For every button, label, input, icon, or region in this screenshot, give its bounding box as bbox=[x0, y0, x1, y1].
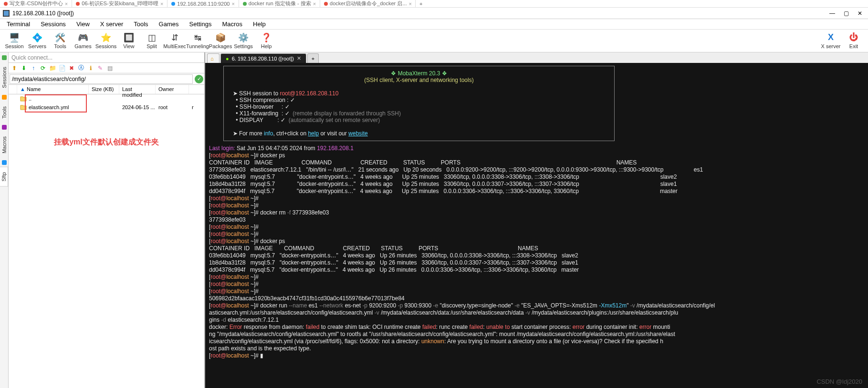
split-icon: ◫ bbox=[147, 33, 157, 42]
new-folder-icon[interactable]: 📁 bbox=[49, 64, 56, 72]
close-button[interactable]: ✕ bbox=[858, 10, 862, 17]
settings-icon: ⚙️ bbox=[239, 33, 248, 42]
view-icon: 🔲 bbox=[124, 33, 134, 42]
close-icon[interactable]: × bbox=[408, 1, 411, 7]
settings-button[interactable]: ⚙️Settings bbox=[232, 30, 255, 52]
exit-button[interactable]: ⏻Exit bbox=[842, 30, 865, 52]
tools-button[interactable]: 🛠️Tools bbox=[49, 30, 72, 52]
close-icon[interactable]: × bbox=[313, 1, 316, 7]
menu-macros[interactable]: Macros bbox=[217, 19, 247, 29]
up-dir-icon[interactable]: ↑ bbox=[30, 64, 37, 72]
tab-home[interactable]: ⌂ bbox=[207, 53, 220, 63]
browser-tab[interactable]: docker启动镜像命令_docker 启...× bbox=[320, 0, 416, 7]
menu-help[interactable]: Help bbox=[248, 19, 271, 29]
tools-icon: 🛠️ bbox=[55, 33, 65, 42]
close-icon[interactable]: × bbox=[160, 1, 163, 7]
session-icon: 🖥️ bbox=[10, 33, 19, 42]
session-button[interactable]: 🖥️Session bbox=[3, 30, 26, 52]
favicon-icon bbox=[171, 2, 175, 6]
browser-tab[interactable]: 写文章-CSDN创作中心× bbox=[0, 0, 72, 7]
split-button[interactable]: ◫Split bbox=[140, 30, 163, 52]
file-modified: 2024-06-15 ... bbox=[122, 104, 158, 110]
edit-icon[interactable]: ✎ bbox=[96, 64, 104, 72]
side-tab-sessions[interactable]: Sessions bbox=[0, 62, 8, 93]
refresh-icon[interactable]: ⟳ bbox=[39, 64, 47, 72]
col-name[interactable]: ▲ Name bbox=[17, 85, 89, 94]
menu-sessions[interactable]: Sessions bbox=[36, 19, 71, 29]
maximize-button[interactable]: ▢ bbox=[844, 10, 849, 17]
games-button[interactable]: 🎮Games bbox=[72, 30, 94, 52]
toolbar-label: View bbox=[123, 43, 135, 49]
minimize-button[interactable]: — bbox=[829, 10, 835, 17]
side-icon bbox=[2, 55, 7, 60]
favicon-icon bbox=[4, 2, 8, 6]
servers-icon: 💠 bbox=[32, 33, 42, 42]
side-tab-tools[interactable]: Tools bbox=[0, 102, 8, 123]
side-tab-sftp[interactable]: Sftp bbox=[0, 167, 8, 187]
xserver-button[interactable]: XX server bbox=[819, 30, 842, 52]
toolbar-label: Help bbox=[261, 43, 272, 49]
close-icon[interactable]: × bbox=[65, 1, 68, 7]
download-icon[interactable]: ⬇ bbox=[20, 64, 28, 72]
menu-x-server[interactable]: X server bbox=[95, 19, 128, 29]
bullet-icon: ● bbox=[226, 56, 229, 61]
tab-close-icon[interactable]: ✕ bbox=[297, 55, 301, 61]
servers-button[interactable]: 💠Servers bbox=[26, 30, 49, 52]
props-icon[interactable]: ℹ bbox=[87, 64, 94, 72]
favicon-icon bbox=[324, 2, 328, 6]
browser-tab[interactable]: + bbox=[416, 0, 426, 7]
col-modified[interactable]: Last modified bbox=[119, 85, 156, 94]
tunneling-button[interactable]: ↹Tunneling bbox=[186, 30, 209, 52]
tunneling-icon: ↹ bbox=[193, 33, 202, 42]
toolbar-label: Session bbox=[5, 43, 23, 49]
menu-games[interactable]: Games bbox=[154, 19, 184, 29]
window-title: 192.168.208.110 ([root]) bbox=[12, 10, 74, 17]
watermark: CSDN @ldj2020 bbox=[816, 378, 862, 385]
quick-connect[interactable]: Quick connect... bbox=[9, 52, 204, 63]
rename-icon[interactable]: Ⓐ bbox=[77, 64, 85, 72]
window-titlebar: 192.168.208.110 ([root]) — ▢ ✕ bbox=[0, 8, 868, 19]
menu-tools[interactable]: Tools bbox=[129, 19, 153, 29]
menu-settings[interactable]: Settings bbox=[185, 19, 217, 29]
help-icon: ❓ bbox=[261, 33, 271, 42]
file-owner: root bbox=[158, 104, 192, 110]
close-icon[interactable]: × bbox=[231, 1, 234, 7]
toolbar-label: MultiExec bbox=[163, 43, 186, 49]
new-file-icon[interactable]: 📄 bbox=[58, 64, 66, 72]
side-icon bbox=[2, 95, 7, 100]
toolbar-label: Packages bbox=[209, 43, 232, 49]
menu-view[interactable]: View bbox=[72, 19, 94, 29]
terminal[interactable]: ❖ MobaXterm 20.3 ❖(SSH client, X-server … bbox=[205, 63, 868, 388]
tab-label: docker启动镜像命令_docker 启... bbox=[330, 0, 407, 7]
view-button[interactable]: 🔲View bbox=[117, 30, 140, 52]
packages-button[interactable]: 📦Packages bbox=[209, 30, 232, 52]
browser-tab[interactable]: 06-初识ES-安装kibana_哔哩哔哩× bbox=[72, 0, 167, 7]
exit-icon: ⏻ bbox=[849, 33, 858, 42]
terminal-tabs: ⌂ ● 6. 192.168.208.110 ([root]) ✕ + bbox=[205, 52, 868, 63]
multiexec-button[interactable]: ⇵MultiExec bbox=[163, 30, 186, 52]
toolbar-label: Tools bbox=[54, 43, 66, 49]
menu-terminal[interactable]: Terminal bbox=[2, 19, 35, 29]
tab-session[interactable]: ● 6. 192.168.208.110 ([root]) ✕ bbox=[220, 53, 306, 63]
browse-icon[interactable]: ▤ bbox=[106, 64, 114, 72]
side-tab-macros[interactable]: Macros bbox=[0, 132, 8, 158]
tab-add[interactable]: + bbox=[307, 53, 319, 63]
browser-tab[interactable]: 192.168.208.110:9200× bbox=[167, 0, 239, 7]
terminal-area: ⌂ ● 6. 192.168.208.110 ([root]) ✕ + ❖ Mo… bbox=[205, 52, 868, 388]
annotation-note: 挂载yml文件默认创建成文件夹 bbox=[9, 137, 204, 147]
path-ok-icon: ✓ bbox=[195, 75, 203, 83]
delete-icon[interactable]: ✖ bbox=[68, 64, 75, 72]
col-owner[interactable]: Owner bbox=[156, 85, 189, 94]
tab-label: 6. 192.168.208.110 ([root]) bbox=[232, 56, 294, 61]
sessions-button[interactable]: ⭐Sessions bbox=[94, 30, 117, 52]
help-button[interactable]: ❓Help bbox=[255, 30, 278, 52]
toolbar-label: Games bbox=[74, 43, 91, 49]
col-size[interactable]: Size (KB) bbox=[89, 85, 119, 94]
sftp-path-input[interactable] bbox=[10, 74, 193, 84]
upload-icon[interactable]: ⬆ bbox=[10, 64, 18, 72]
browser-tab[interactable]: docker run 指定镜像 - 搜索× bbox=[239, 0, 320, 7]
sftp-header: ▲ Name Size (KB) Last modified Owner bbox=[9, 85, 204, 94]
banner-box: ❖ MobaXterm 20.3 ❖(SSH client, X-server … bbox=[223, 66, 615, 141]
packages-icon: 📦 bbox=[216, 33, 225, 42]
app-icon bbox=[3, 10, 10, 17]
